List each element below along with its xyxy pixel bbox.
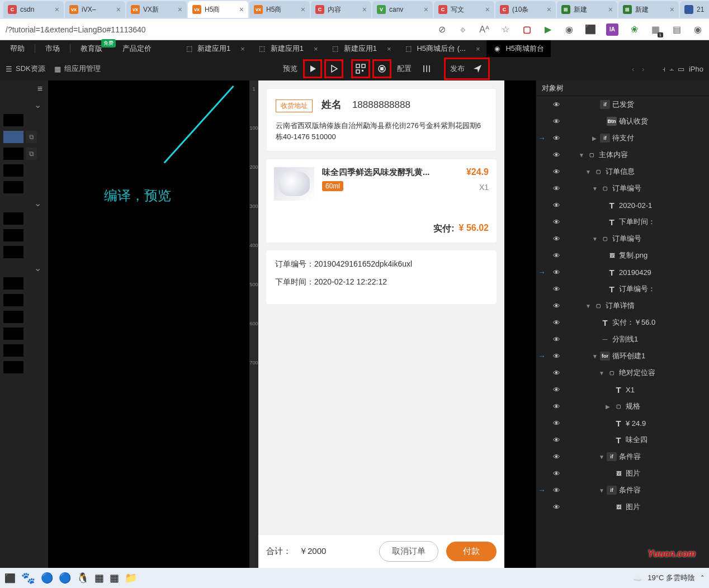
next-icon[interactable]: › [642,65,650,73]
idm-icon[interactable]: ◉ [564,24,575,35]
thumbnail[interactable] [3,114,23,126]
browser-tab[interactable]: vxVX新× [126,1,187,18]
menu-edu[interactable]: 教育版免费 [70,40,112,57]
eye-icon[interactable]: 👁 [551,184,562,193]
tree-row[interactable]: 👁▼▢订单编号 [536,180,709,197]
tree-row[interactable]: 👁▼if条件容 [536,448,709,465]
tree-row[interactable]: 👁TX1 [536,381,709,398]
tree-row[interactable]: 👁▼▢订单编号 [536,230,709,247]
align-icon-2[interactable]: ⫠ [668,65,675,73]
eye-icon[interactable]: 👁 [551,436,562,444]
leaf-icon[interactable]: ❀ [628,24,640,35]
eye-icon[interactable]: 👁 [551,352,562,361]
browser-tab[interactable]: vxH5商× [249,1,310,18]
tree-row[interactable]: 👁—分割线1 [536,331,709,348]
thumbnail[interactable] [3,294,23,306]
chevron-icon[interactable]: ▼ [592,186,598,192]
chevron-icon[interactable]: ▶ [606,404,611,410]
sliders-button[interactable] [417,59,436,78]
dots-icon[interactable]: ⬛ [585,24,596,35]
eye-icon[interactable]: 👁 [551,386,562,394]
thumbnail[interactable] [3,361,23,373]
browser-tab[interactable]: C写文× [434,1,494,18]
taskbar-icon[interactable]: 🔵 [59,572,71,584]
eye-icon[interactable]: 👁 [551,134,562,143]
thumbnail[interactable] [3,246,23,258]
tree-row[interactable]: 👁▼▢订单详情 [536,297,709,314]
ia-icon[interactable]: IA [606,23,618,36]
sdk-button[interactable]: ☰SDK资源 [6,64,45,74]
publish-button[interactable] [468,59,487,78]
group-mgmt-button[interactable]: ▦组应用管理 [54,64,101,74]
close-icon[interactable]: × [476,45,480,53]
taskbar-icon[interactable]: ⬛ [4,573,16,584]
canvas[interactable]: 1100200300400500600700 编译，预览 小程序二维码 H5的二… [48,80,536,568]
app-tab[interactable]: ⬚新建应用1× [252,40,325,57]
close-icon[interactable]: × [314,45,318,53]
browser-tab[interactable]: vxiVX–× [65,1,125,18]
tree-row[interactable]: 👁▼▢绝对定位容 [536,364,709,381]
tree-row[interactable]: 👁🖼复制.png [536,247,709,264]
taskbar[interactable]: ⬛ 🐾 🔵 🔵 🐧 ▦ ▦ 📁 ☁️ 19°C 多雲時陰 ˄ [0,568,709,588]
eye-icon[interactable]: 👁 [551,335,562,344]
text-icon[interactable]: Aᴬ [479,24,490,35]
app-tab[interactable]: ⬚新建应用1× [325,40,398,57]
device-icon[interactable]: ▭ [678,65,684,73]
close-icon[interactable]: × [387,45,391,53]
browser-tab[interactable]: ⊞新建× [618,1,679,18]
tree-row[interactable]: 👁🖼图片 [536,499,709,515]
taskbar-icon[interactable]: 🐾 [21,571,35,585]
taskbar-icon[interactable]: ▦ [94,572,104,584]
section-collapse[interactable]: ⌄ [0,196,48,210]
browser-tab[interactable]: 🐾21 [680,1,709,18]
chevron-icon[interactable]: ▼ [592,353,598,359]
eye-icon[interactable]: 👁 [551,101,562,109]
thumbnail[interactable] [3,164,23,177]
tree-row[interactable]: 👁▼▢订单信息 [536,163,709,180]
prev-icon[interactable]: ‹ [632,65,640,73]
eye-icon[interactable]: 👁 [551,470,562,478]
eye-icon[interactable]: 👁 [551,252,562,260]
weather-text[interactable]: 19°C 多雲時陰 [647,573,695,583]
tree-row[interactable]: →👁T20190429 [536,264,709,281]
eye-icon[interactable]: 👁 [551,369,562,377]
thumbnail[interactable] [3,131,23,143]
tree-row[interactable]: 👁▼▢主体内容 [536,146,709,163]
app-tab[interactable]: ⬚H5商城后台 (...× [398,40,486,57]
tree-row[interactable]: 👁T订单编号： [536,281,709,297]
device-label[interactable]: iPho [687,65,706,73]
eye-icon[interactable]: 👁 [551,117,562,126]
thumbnail[interactable] [3,181,23,193]
thumbnail[interactable] [3,277,23,290]
tree-row[interactable]: 👁T实付：￥56.0 [536,314,709,331]
app-tab-active[interactable]: ◉H5商城前台 [486,40,551,57]
thumbnail[interactable] [3,311,23,323]
tree-row[interactable]: →👁▼if条件容 [536,482,709,499]
browser-tab[interactable]: Ccsdn× [3,1,64,18]
tag-icon[interactable]: ⟐ [457,24,469,35]
chevron-icon[interactable]: ▼ [599,487,604,494]
browser-tab[interactable]: Vcanv× [372,1,433,18]
tree-row[interactable]: 👁Btn确认收货 [536,113,709,130]
mcafee-icon[interactable]: ▢ [521,24,532,35]
tree-row[interactable]: 👁T¥ 24.9 [536,415,709,431]
tree-row[interactable]: 👁T味全四 [536,431,709,448]
star-icon[interactable]: ☆ [500,24,511,35]
copy-icon[interactable]: ⧉ [26,131,37,143]
hamburger-icon[interactable]: ≡ [37,84,42,94]
tree-row[interactable]: →👁▶if待支付 [536,130,709,146]
app-tab[interactable]: ⬚新建应用1× [178,40,252,57]
taskbar-icon[interactable]: 🐧 [77,572,89,584]
tree-row[interactable]: 👁if已发货 [536,96,709,113]
eye-icon[interactable]: 👁 [551,319,562,327]
eye-icon[interactable]: 👁 [551,168,562,176]
url-text[interactable]: /?tutorial=1&extend=LiangBo#11113640 [6,25,146,34]
chevron-icon[interactable]: ▼ [585,303,591,309]
shield-icon[interactable]: ⊘ [436,24,447,35]
browser-tab-active[interactable]: vxH5商× [188,1,248,18]
play-icon[interactable]: ▶ [542,24,554,35]
thumbnail[interactable] [3,344,23,357]
taskbar-icon[interactable]: ▦ [110,572,119,584]
chevron-icon[interactable]: ▼ [585,169,591,175]
chevron-icon[interactable]: ▼ [579,152,584,158]
